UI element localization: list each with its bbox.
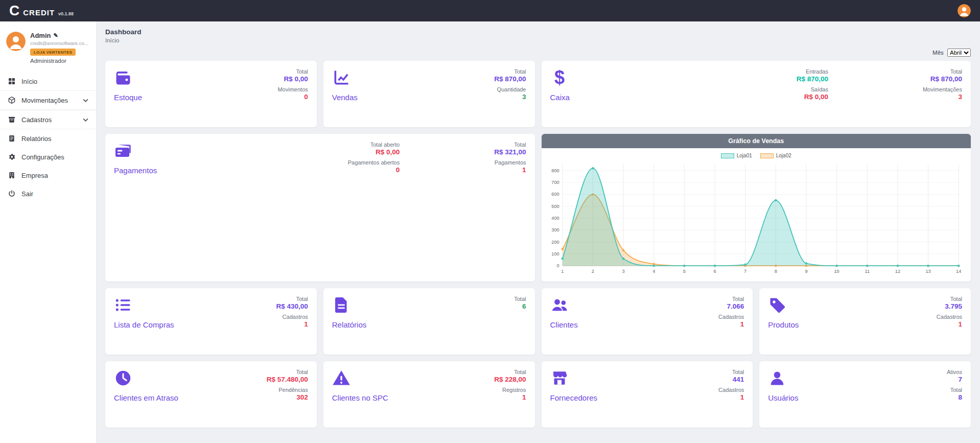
user-email: credit@anronsoftware.co...	[30, 40, 88, 46]
card-fornecedores: FornecedoresTotal441Cadastros1	[542, 361, 753, 428]
month-filter: Mês Abril	[105, 49, 971, 57]
stat: SaídasR$ 0,00	[797, 86, 828, 101]
stat-column: TotalR$ 57.480,00Pendências302	[267, 369, 308, 402]
stat-label: Total	[514, 296, 526, 302]
stat-label: Movimentos	[277, 86, 308, 92]
card-stats: TotalR$ 870,00Quantidade3	[494, 68, 526, 102]
sidebar-item-label: Cadastros	[21, 116, 52, 124]
sidebar-item-sair[interactable]: Sair	[0, 184, 96, 203]
svg-text:800: 800	[551, 168, 559, 173]
svg-text:700: 700	[551, 180, 559, 185]
stat-value: 7.066	[718, 302, 744, 310]
stat-value: R$ 430,00	[276, 302, 308, 310]
legend-swatch	[721, 153, 734, 158]
stat-label: Pendências	[267, 387, 308, 393]
stat: Registros1	[494, 387, 526, 401]
stat: TotalR$ 321,00	[494, 142, 526, 156]
stat-label: Total	[494, 142, 526, 148]
stat-label: Saídas	[797, 86, 828, 92]
sidebar-item-configuracoes[interactable]: Configurações	[0, 148, 96, 166]
stat-value: 302	[267, 393, 308, 401]
clock-icon	[114, 369, 132, 387]
card-title-vendas[interactable]: Vendas	[332, 93, 358, 102]
sidebar-menu: InícioMovimentaçõesCadastrosRelatóriosCo…	[0, 72, 96, 203]
stat-label: Pagamentos abertos	[348, 159, 400, 166]
sidebar-item-label: Relatórios	[21, 135, 52, 143]
sidebar-item-empresa[interactable]: Empresa	[0, 166, 96, 184]
stat: Quantidade3	[494, 86, 526, 101]
card-title-clientes-no-spc[interactable]: Clientes no SPC	[332, 393, 388, 402]
stat: Pagamentos abertos0	[348, 159, 400, 174]
month-select[interactable]: Abril	[947, 49, 971, 57]
stat-label: Total	[277, 68, 308, 75]
svg-text:$: $	[554, 68, 564, 87]
card-stats: TotalR$ 430,00Cadastros1	[276, 296, 308, 329]
svg-text:2: 2	[591, 269, 594, 274]
stat-column: TotalR$ 228,00Registros1	[494, 369, 526, 402]
stat-value: 3	[923, 93, 962, 101]
card-title-usuarios[interactable]: Usuários	[768, 393, 798, 402]
svg-text:5: 5	[683, 269, 685, 274]
card-title-lista-de-compras[interactable]: Lista de Compras	[114, 320, 174, 329]
card-pagamentos: PagamentosTotal abertoR$ 0,00Pagamentos …	[105, 134, 535, 282]
legend-item-loja01[interactable]: Loja01	[721, 153, 752, 158]
sidebar-item-cadastros[interactable]: Cadastros	[0, 110, 96, 129]
stat: Pendências302	[267, 387, 308, 401]
topbar-user-avatar[interactable]	[958, 4, 971, 17]
stat: TotalR$ 870,00	[923, 68, 962, 83]
breadcrumb[interactable]: Início	[105, 37, 971, 43]
sidebar-item-relatorios[interactable]: Relatórios	[0, 129, 96, 148]
stat: TotalR$ 430,00	[276, 296, 308, 310]
stat: TotalR$ 870,00	[494, 68, 526, 83]
stat: Total7.066	[718, 296, 744, 310]
credit-card-icon	[114, 142, 132, 160]
stat: TotalR$ 57.480,00	[267, 369, 308, 383]
stat-column: TotalR$ 870,00Movimentações3	[923, 68, 962, 102]
card-title-pagamentos[interactable]: Pagamentos	[114, 166, 157, 175]
card-clientes-em-atraso: Clientes em AtrasoTotalR$ 57.480,00Pendê…	[105, 361, 317, 428]
user-role: Administrador	[30, 58, 88, 64]
stat-value: 3.795	[937, 302, 962, 310]
card-title-estoque[interactable]: Estoque	[114, 93, 142, 102]
sidebar-item-movimentacoes[interactable]: Movimentações	[0, 90, 96, 110]
card-title-clientes[interactable]: Clientes	[550, 320, 578, 329]
edit-profile-icon[interactable]: ✎	[53, 32, 58, 39]
gear-icon	[8, 153, 16, 161]
card-stats: Ativos7Total8	[947, 369, 962, 402]
warning-icon	[332, 369, 351, 387]
card-usuarios: UsuáriosAtivos7Total8	[759, 361, 971, 428]
month-label: Mês	[932, 50, 944, 56]
card-stats: Total7.066Cadastros1	[718, 296, 744, 329]
chevron-down-icon	[83, 118, 88, 122]
legend-item-loja02[interactable]: Loja02	[760, 153, 791, 158]
svg-text:8: 8	[774, 269, 777, 274]
stat: Cadastros1	[937, 314, 962, 328]
card-stats: EntradasR$ 870,00SaídasR$ 0,00TotalR$ 87…	[797, 68, 962, 102]
wallet-icon	[114, 68, 132, 87]
svg-text:9: 9	[805, 269, 807, 274]
stat-value: 1	[718, 320, 744, 328]
card-title-produtos[interactable]: Produtos	[768, 320, 799, 329]
page-title: Dashboard	[105, 28, 971, 36]
sidebar-item-inicio[interactable]: Início	[0, 72, 96, 90]
stat-value: 1	[494, 393, 526, 401]
stat-column: TotalR$ 0,00Movimentos0	[277, 68, 308, 102]
store-icon	[550, 369, 569, 387]
stat-label: Cadastros	[718, 314, 744, 320]
card-title-fornecedores[interactable]: Fornecedores	[550, 393, 598, 402]
stat-label: Total	[494, 369, 526, 375]
stat: TotalR$ 0,00	[277, 68, 308, 83]
stat: Total8	[947, 387, 962, 401]
card-title-relatorios[interactable]: Relatórios	[332, 320, 367, 329]
sidebar: Admin ✎ credit@anronsoftware.co... LOJA …	[0, 21, 96, 443]
card-title-clientes-em-atraso[interactable]: Clientes em Atraso	[114, 393, 178, 402]
card-title-caixa[interactable]: Caixa	[550, 93, 570, 102]
stat-label: Registros	[494, 387, 526, 393]
svg-text:600: 600	[551, 192, 559, 197]
svg-text:11: 11	[865, 269, 870, 274]
stat: Total441	[718, 369, 744, 383]
stat: Total abertoR$ 0,00	[348, 142, 400, 156]
stat-label: Cadastros	[718, 387, 744, 393]
user-avatar	[6, 32, 26, 51]
stat-label: Cadastros	[276, 314, 308, 320]
